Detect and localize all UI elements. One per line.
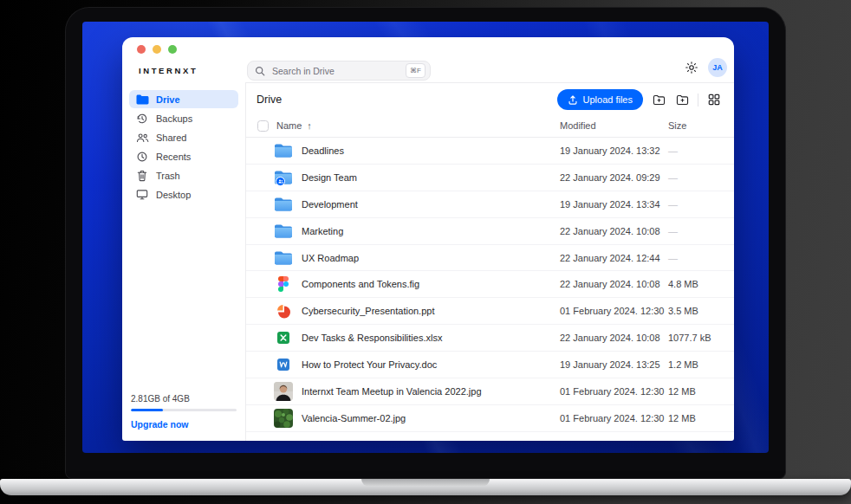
people-icon (135, 132, 149, 143)
sidebar-item-drive[interactable]: Drive (129, 90, 238, 108)
search-shortcut-badge: ⌘F (406, 63, 426, 78)
powerpoint-icon (274, 301, 293, 320)
file-row[interactable]: How to Protect Your Privacy.doc 19 Janua… (246, 352, 734, 378)
folder-icon (274, 141, 293, 160)
laptop-base-notch (361, 479, 490, 487)
file-row[interactable]: Marketing 22 January 2024. 10:08 — (246, 218, 734, 245)
clock-icon (135, 151, 149, 163)
file-size: — (668, 253, 678, 263)
sidebar-item-trash[interactable]: Trash (129, 166, 238, 184)
window-controls (137, 45, 177, 54)
file-modified-date: 19 January 2024. 13:34 (560, 199, 660, 210)
main-content: Drive Upload files (246, 83, 734, 441)
gear-icon (685, 61, 698, 74)
figma-icon (274, 275, 293, 294)
column-header-name[interactable]: Name ↑ (276, 120, 312, 131)
folder-icon (135, 94, 149, 105)
file-modified-date: 22 January 2024. 10:08 (560, 226, 660, 236)
file-modified-date: 01 February 2024. 12:30 (560, 306, 664, 316)
storage-indicator: 2.81GB of 4GB Upgrade now (131, 394, 237, 430)
file-list: Deadlines 19 January 2024. 13:32 — Desig… (246, 138, 734, 432)
column-header-size[interactable]: Size (668, 120, 686, 131)
name-column-label: Name (276, 120, 302, 131)
upload-folder-icon (653, 94, 666, 106)
storage-usage-label: 2.81GB of 4GB (131, 394, 237, 404)
photo-portrait-icon (274, 382, 293, 401)
file-modified-date: 01 February 2024. 12:30 (560, 386, 664, 397)
file-size: 12 MB (668, 386, 696, 397)
file-name: Development (302, 199, 358, 210)
file-row[interactable]: Development 19 January 2024. 13:34 — (246, 191, 734, 218)
user-avatar[interactable]: JA (708, 58, 727, 77)
table-header: Name ↑ Modified Size (246, 116, 734, 138)
internxt-logo: INTERNXT (139, 66, 198, 75)
word-icon (274, 355, 293, 374)
desktop-wallpaper: INTERNXT ⌘F JA (82, 22, 769, 453)
file-row[interactable]: Valencia-Summer-02.jpg 01 February 2024.… (246, 405, 734, 432)
file-row[interactable]: Components and Tokens.fig 22 January 202… (246, 271, 734, 298)
toolbar-separator (698, 94, 698, 107)
search-input[interactable] (270, 65, 400, 77)
file-modified-date: 19 January 2024. 13:25 (560, 359, 660, 370)
sidebar-item-label: Recents (156, 152, 191, 162)
upload-icon (568, 94, 578, 105)
sort-ascending-icon: ↑ (307, 120, 312, 131)
zoom-button[interactable] (168, 45, 177, 54)
file-modified-date: 22 January 2024. 10:08 (560, 333, 660, 343)
laptop-screen-bezel: INTERNXT ⌘F JA (65, 7, 786, 479)
create-folder-icon (676, 94, 689, 106)
file-modified-date: 01 February 2024. 12:30 (560, 413, 664, 423)
sidebar-item-label: Shared (156, 132, 186, 143)
trash-icon (135, 170, 149, 182)
sidebar: Drive Backups Shared (122, 83, 245, 441)
grid-view-icon (708, 94, 720, 106)
upload-folder-button[interactable] (651, 92, 666, 107)
file-row[interactable]: UX Roadmap 22 January 2024. 12:44 — (246, 245, 734, 272)
folder-icon (274, 249, 293, 268)
sidebar-item-shared[interactable]: Shared (129, 128, 238, 146)
settings-button[interactable] (684, 60, 699, 75)
storage-progress-fill (131, 409, 163, 411)
file-size: 1.2 MB (668, 359, 698, 370)
file-row[interactable]: Design Team 22 January 2024. 09:29 — (246, 165, 734, 191)
sidebar-item-backups[interactable]: Backups (129, 109, 238, 127)
file-row[interactable]: Cybersecurity_Presentation.ppt 01 Februa… (246, 298, 734, 325)
excel-icon (274, 328, 293, 347)
create-folder-button[interactable] (674, 92, 690, 107)
breadcrumb: Drive (257, 94, 282, 106)
minimize-button[interactable] (153, 45, 161, 54)
close-button[interactable] (137, 45, 146, 54)
search-icon (255, 66, 265, 76)
file-size: — (668, 145, 678, 156)
sidebar-item-label: Trash (156, 171, 180, 181)
file-name: Marketing (302, 226, 343, 236)
file-modified-date: 22 January 2024. 12:44 (560, 253, 660, 263)
sidebar-item-desktop[interactable]: Desktop (129, 185, 238, 204)
search-bar[interactable]: ⌘F (247, 61, 431, 81)
upload-files-button[interactable]: Upload files (557, 89, 643, 110)
file-name: Deadlines (302, 145, 344, 156)
internxt-drive-window: INTERNXT ⌘F JA (122, 37, 734, 441)
file-size: 4.8 MB (668, 279, 698, 289)
select-all-checkbox[interactable] (257, 120, 269, 132)
laptop-mockup: INTERNXT ⌘F JA (0, 0, 851, 504)
file-size: — (668, 199, 678, 210)
folder-shared-icon (274, 168, 293, 187)
backup-history-icon (135, 113, 149, 125)
upgrade-link[interactable]: Upgrade now (131, 419, 237, 430)
file-row[interactable]: Dev Tasks & Responsibilities.xlsx 22 Jan… (246, 325, 734, 352)
file-name: Internxt Team Meetup in Valencia 2022.jp… (302, 386, 482, 397)
sidebar-item-label: Drive (156, 94, 180, 105)
laptop-base (0, 479, 851, 495)
grid-view-button[interactable] (706, 92, 722, 107)
column-header-modified[interactable]: Modified (560, 120, 596, 131)
file-row[interactable]: Deadlines 19 January 2024. 13:32 — (246, 138, 734, 165)
file-name: Cybersecurity_Presentation.ppt (302, 306, 434, 316)
folder-icon (274, 195, 293, 214)
monitor-icon (135, 189, 149, 200)
file-modified-date: 22 January 2024. 09:29 (560, 172, 660, 183)
file-row[interactable]: Internxt Team Meetup in Valencia 2022.jp… (246, 378, 734, 405)
file-size: 1077.7 kB (668, 333, 711, 343)
file-table: Name ↑ Modified Size Deadlines 19 Januar… (246, 116, 734, 441)
sidebar-item-recents[interactable]: Recents (129, 147, 238, 165)
